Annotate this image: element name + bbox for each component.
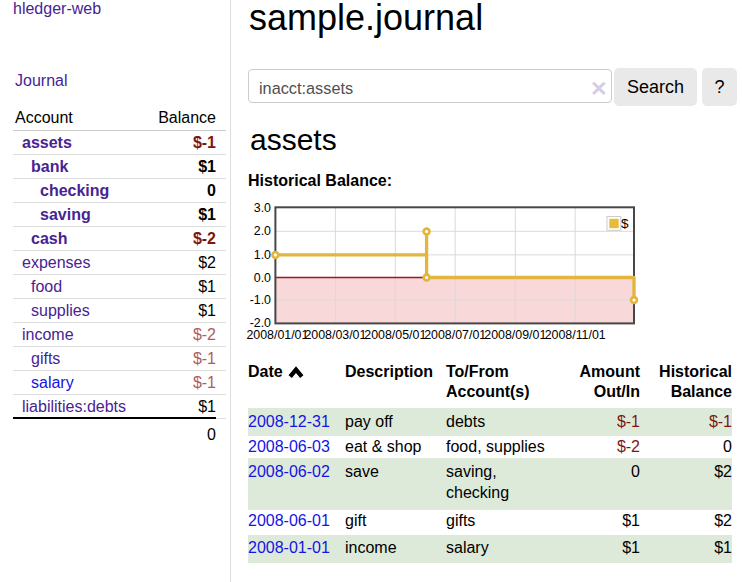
- svg-text:2008/05/01: 2008/05/01: [364, 328, 426, 342]
- svg-text:2008/07/01: 2008/07/01: [424, 328, 486, 342]
- svg-text:2008/09/01: 2008/09/01: [484, 328, 546, 342]
- svg-text:0.0: 0.0: [254, 271, 271, 285]
- svg-text:3.0: 3.0: [254, 201, 271, 215]
- svg-text:2008/01/01: 2008/01/01: [246, 328, 308, 342]
- svg-text:$: $: [621, 216, 629, 231]
- svg-text:2008/03/01: 2008/03/01: [304, 328, 366, 342]
- svg-text:2008/11/01: 2008/11/01: [545, 328, 606, 342]
- svg-text:1.0: 1.0: [254, 248, 271, 262]
- svg-text:-1.0: -1.0: [250, 293, 271, 307]
- svg-text:2.0: 2.0: [254, 224, 271, 238]
